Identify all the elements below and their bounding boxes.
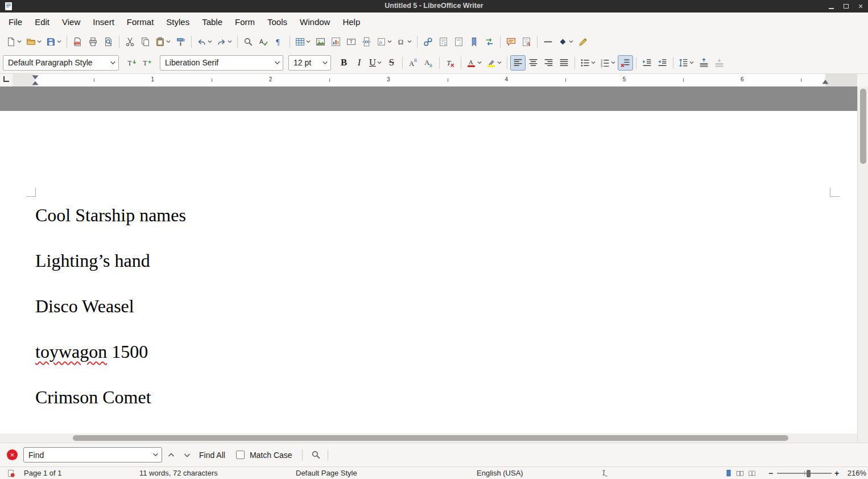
page-number-status[interactable]: Page 1 of 1 <box>24 469 62 477</box>
align-right-button[interactable] <box>541 55 556 71</box>
align-left-button[interactable] <box>510 55 526 71</box>
highlight-color-dropdown-arrow[interactable] <box>497 60 502 65</box>
clear-formatting-button[interactable]: T <box>443 55 458 71</box>
find-and-replace-button[interactable] <box>309 448 323 462</box>
font-color-dropdown-arrow[interactable] <box>477 60 482 65</box>
ordered-list-button[interactable]: 123 <box>598 55 618 71</box>
match-case-checkbox[interactable] <box>236 451 245 459</box>
book-view-button[interactable] <box>747 468 757 478</box>
menu-view[interactable]: View <box>56 14 86 30</box>
redo-button[interactable] <box>214 34 234 49</box>
no-list-button[interactable] <box>618 55 633 71</box>
tab-stop-selector[interactable] <box>2 75 11 84</box>
superscript-button[interactable]: AB <box>406 55 421 71</box>
menu-table[interactable]: Table <box>196 14 229 30</box>
align-justified-button[interactable] <box>556 55 572 71</box>
chevron-down-icon[interactable] <box>149 452 162 458</box>
unordered-list-button[interactable] <box>578 55 598 71</box>
word-count-status[interactable]: 11 words, 72 characters <box>139 469 218 477</box>
single-page-view-button[interactable] <box>724 468 734 478</box>
underline-dropdown-arrow[interactable] <box>377 60 382 65</box>
zoom-level-status[interactable]: 216% <box>844 469 866 477</box>
menu-edit[interactable]: Edit <box>28 14 56 30</box>
underline-button[interactable]: U <box>367 55 384 71</box>
match-case-label[interactable]: Match Case <box>245 451 297 460</box>
paragraph[interactable]: Crimson Comet <box>35 385 823 410</box>
menu-format[interactable]: Format <box>121 14 160 30</box>
increase-indent-button[interactable] <box>639 55 655 71</box>
basic-shapes-dropdown-arrow[interactable] <box>569 39 573 44</box>
insert-line-button[interactable] <box>540 34 556 49</box>
paragraph[interactable]: Lighting’s hand <box>35 249 823 273</box>
decrease-paragraph-spacing-button[interactable] <box>712 55 727 71</box>
page-text[interactable]: Cool Starship namesLighting’s handDisco … <box>0 111 857 410</box>
ruler[interactable]: 123456 <box>0 74 868 86</box>
cut-button[interactable] <box>122 34 138 49</box>
decrease-indent-button[interactable] <box>655 55 670 71</box>
new-document-dropdown-arrow[interactable] <box>17 39 22 44</box>
chevron-down-icon[interactable] <box>107 60 118 66</box>
menu-help[interactable]: Help <box>336 14 366 30</box>
paste-dropdown-arrow[interactable] <box>166 39 171 44</box>
copy-button[interactable] <box>138 34 153 49</box>
zoom-slider[interactable] <box>777 468 832 478</box>
undo-dropdown-arrow[interactable] <box>208 39 212 44</box>
line-spacing-dropdown-arrow[interactable] <box>689 60 694 65</box>
paragraph[interactable]: toywagon 1500 <box>35 340 823 364</box>
zoom-in-button[interactable]: + <box>832 468 842 478</box>
horizontal-scrollbar-thumb[interactable] <box>73 435 788 441</box>
subscript-button[interactable]: AB <box>421 55 436 71</box>
menu-file[interactable]: File <box>2 14 28 30</box>
find-previous-button[interactable] <box>164 448 178 462</box>
insert-cross-reference-button[interactable] <box>482 34 497 49</box>
paragraph-style-combobox[interactable]: Default Paragraph Style <box>3 55 119 71</box>
right-indent-marker[interactable] <box>821 75 829 86</box>
find-all-button[interactable]: Find All <box>194 451 230 460</box>
menu-styles[interactable]: Styles <box>160 14 196 30</box>
insert-page-break-button[interactable] <box>359 34 374 49</box>
save-button[interactable] <box>44 34 64 49</box>
left-indent-marker[interactable] <box>31 75 39 86</box>
close-button[interactable]: × <box>856 2 865 11</box>
print-preview-button[interactable] <box>101 34 116 49</box>
undo-button[interactable] <box>195 34 214 49</box>
insert-table-dropdown-arrow[interactable] <box>306 39 311 44</box>
find-replace-button[interactable] <box>241 34 256 49</box>
update-style-button[interactable]: T <box>124 55 139 71</box>
find-combobox[interactable] <box>23 447 162 463</box>
redo-dropdown-arrow[interactable] <box>228 39 232 44</box>
find-close-button[interactable]: × <box>7 449 18 460</box>
track-changes-button[interactable] <box>519 34 534 49</box>
paragraph[interactable]: Cool Starship names <box>35 203 823 228</box>
clone-formatting-button[interactable] <box>173 34 188 49</box>
document-modified-icon[interactable] <box>6 468 16 478</box>
zoom-slider-handle[interactable] <box>807 470 811 477</box>
print-button[interactable] <box>85 34 101 49</box>
unordered-list-dropdown-arrow[interactable] <box>591 60 596 65</box>
insert-table-button[interactable] <box>293 34 313 49</box>
bold-button[interactable]: B <box>336 55 352 71</box>
insert-chart-button[interactable] <box>328 34 344 49</box>
open-dropdown-arrow[interactable] <box>37 39 42 44</box>
insert-footnote-button[interactable]: 1 <box>436 34 451 49</box>
insert-textbox-button[interactable]: T <box>344 34 359 49</box>
open-button[interactable] <box>24 34 44 49</box>
font-size-combobox[interactable]: 12 pt <box>288 55 331 71</box>
selection-mode-icon[interactable] <box>599 468 609 478</box>
new-style-button[interactable]: T <box>139 55 155 71</box>
vertical-scrollbar-thumb[interactable] <box>860 89 866 164</box>
menu-window[interactable]: Window <box>294 14 336 30</box>
find-next-button[interactable] <box>180 448 194 462</box>
insert-image-button[interactable] <box>313 34 328 49</box>
new-document-button[interactable] <box>4 34 24 49</box>
italic-button[interactable]: I <box>352 55 367 71</box>
increase-paragraph-spacing-button[interactable] <box>696 55 712 71</box>
font-color-button[interactable]: A <box>464 55 484 71</box>
restore-button[interactable] <box>841 2 850 11</box>
insert-special-character-dropdown-arrow[interactable] <box>407 39 412 44</box>
vertical-scrollbar[interactable] <box>857 86 868 443</box>
insert-special-character-button[interactable]: Ω <box>394 34 414 49</box>
paragraph[interactable]: Disco Weasel <box>35 294 823 319</box>
save-dropdown-arrow[interactable] <box>57 39 61 44</box>
export-pdf-button[interactable]: PDF <box>70 34 85 49</box>
